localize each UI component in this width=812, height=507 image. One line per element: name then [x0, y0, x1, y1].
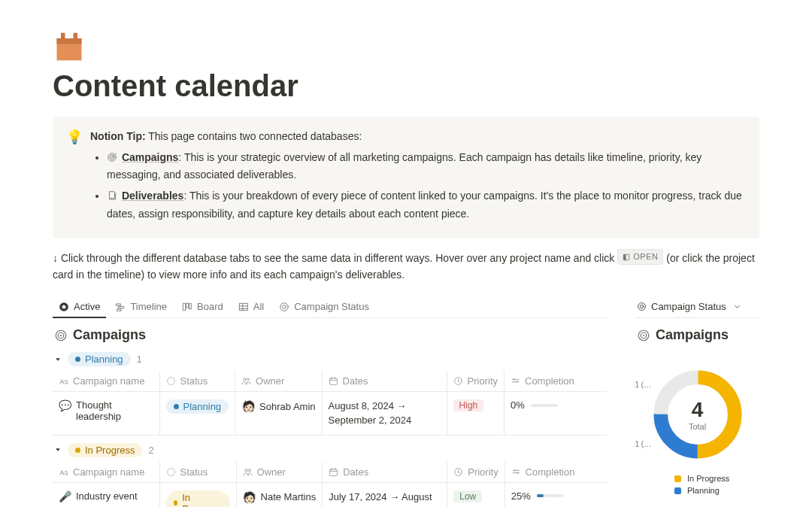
donut-legend: In Progress Planning [635, 474, 759, 495]
svg-point-31 [244, 469, 247, 471]
donut-total-label: Total [689, 422, 706, 431]
group-status-pill: Planning [68, 352, 131, 366]
campaigns-link[interactable]: Campaigns [122, 151, 178, 163]
collapse-toggle-icon[interactable] [54, 354, 62, 366]
dates-cell[interactable]: August 8, 2024 → September 2, 2024 [322, 392, 447, 435]
chevron-down-icon [732, 302, 742, 311]
svg-rect-12 [119, 306, 124, 308]
legend-item: In Progress [635, 474, 759, 483]
svg-point-19 [283, 305, 286, 308]
hint-text: ↓ Click through the different database t… [53, 249, 759, 283]
svg-rect-9 [623, 254, 626, 260]
tab-active[interactable]: Active [53, 296, 106, 318]
star-circle-icon [59, 302, 69, 312]
tab-board[interactable]: Board [176, 296, 229, 317]
donut-total-number: 4 [692, 398, 704, 422]
db-table: Campaign name Status Owner Dates Priorit… [53, 371, 607, 435]
svg-rect-17 [240, 303, 248, 310]
donut-icon [637, 302, 647, 311]
tab-campaign-status[interactable]: Campaign Status [273, 296, 375, 317]
svg-rect-1 [57, 38, 82, 44]
group-count: 2 [148, 445, 153, 456]
svg-point-28 [514, 379, 515, 381]
side-database: Campaign Status Campaigns 1 (… 1 (… 4 To… [635, 296, 759, 498]
tab-all[interactable]: All [232, 296, 270, 317]
row-name[interactable]: 🎤Industry event [59, 490, 153, 503]
row-name[interactable]: 💬Thought leadership [59, 399, 153, 422]
collapse-toggle-icon[interactable] [54, 444, 62, 456]
target-icon [107, 151, 117, 168]
dates-cell[interactable]: July 17, 2024 → August 11, 2024 [323, 482, 447, 507]
tip-text: This page contains two connected databas… [146, 130, 362, 142]
svg-rect-26 [329, 378, 337, 385]
table-row[interactable]: 💬Thought leadership Planning 🧑🏻Sohrab Am… [53, 392, 607, 435]
group-header[interactable]: In Progress 2 [54, 443, 607, 457]
priority-pill[interactable]: Low [453, 490, 482, 502]
open-icon [623, 254, 630, 261]
svg-rect-11 [117, 304, 121, 305]
side-tab-campaign-status[interactable]: Campaign Status [635, 296, 759, 318]
group-header[interactable]: Planning 1 [54, 352, 607, 366]
donut-chart: 1 (… 1 (… 4 Total [649, 366, 747, 463]
deliverables-link[interactable]: Deliverables [122, 190, 184, 202]
avatar-icon: 🧑🏻 [243, 490, 256, 504]
documents-icon [107, 190, 117, 206]
avatar-icon: 🧑🏻 [241, 399, 255, 413]
legend-item: Planning [635, 486, 759, 495]
callout-body: Notion Tip: This page contains two conne… [90, 129, 746, 226]
svg-point-6 [111, 156, 113, 158]
svg-point-36 [517, 472, 518, 473]
db-table: Campaign name Status Owner Dates Priorit… [53, 462, 607, 507]
completion-cell: 0% [511, 399, 601, 411]
svg-point-22 [60, 335, 62, 336]
row-emoji-icon: 🎤 [59, 490, 71, 503]
priority-pill[interactable]: High [453, 399, 484, 411]
svg-rect-7 [110, 192, 115, 199]
completion-cell: 25% [511, 490, 601, 502]
timeline-icon [115, 302, 126, 312]
donut-icon [279, 302, 289, 312]
page-title: Content calendar [53, 69, 759, 103]
db-tabs: Active Timeline Board All Campaign Statu… [53, 296, 607, 318]
svg-rect-16 [189, 303, 191, 309]
target-icon [54, 329, 68, 342]
svg-point-38 [640, 305, 643, 308]
svg-rect-3 [74, 33, 78, 41]
board-icon [182, 302, 192, 312]
svg-point-35 [514, 469, 515, 471]
callout-item-deliverables: Deliverables: This is your breakdown of … [107, 188, 746, 222]
legend-swatch [674, 487, 681, 494]
svg-rect-2 [61, 33, 65, 41]
svg-rect-15 [186, 303, 189, 308]
tab-timeline[interactable]: Timeline [109, 296, 173, 317]
owner-cell[interactable]: 🧑🏻Sohrab Amin [241, 399, 315, 413]
svg-rect-14 [183, 303, 186, 310]
row-emoji-icon: 💬 [59, 399, 71, 412]
legend-swatch [674, 475, 681, 482]
callout-item-campaigns: Campaigns: This is your strategic overvi… [107, 150, 746, 184]
svg-point-41 [643, 335, 644, 336]
open-pill: OPEN [617, 249, 663, 265]
svg-point-30 [167, 468, 174, 475]
notion-tip-callout: 💡 Notion Tip: This page contains two con… [53, 117, 759, 238]
svg-point-23 [167, 378, 174, 385]
svg-rect-13 [117, 309, 121, 311]
lightbulb-icon: 💡 [66, 129, 83, 226]
status-pill[interactable]: In Progress [166, 490, 230, 507]
target-icon [637, 329, 650, 342]
db-title[interactable]: Campaigns [54, 327, 607, 343]
status-pill[interactable]: Planning [166, 399, 229, 414]
page: Content calendar 💡 Notion Tip: This page… [0, 0, 812, 507]
svg-point-29 [516, 381, 517, 383]
side-db-title[interactable]: Campaigns [637, 327, 759, 343]
svg-rect-33 [330, 469, 338, 475]
owner-cell[interactable]: 🧑🏻Nate Martins [243, 490, 317, 504]
group-count: 1 [137, 354, 142, 365]
table-row[interactable]: 🎤Industry event In Progress 🧑🏻Nate Marti… [53, 482, 607, 507]
svg-point-24 [244, 378, 246, 381]
table-icon [238, 302, 249, 312]
main-database: Active Timeline Board All Campaign Statu… [53, 296, 607, 507]
svg-point-32 [248, 469, 250, 471]
svg-point-37 [638, 303, 646, 311]
svg-point-18 [280, 303, 289, 311]
